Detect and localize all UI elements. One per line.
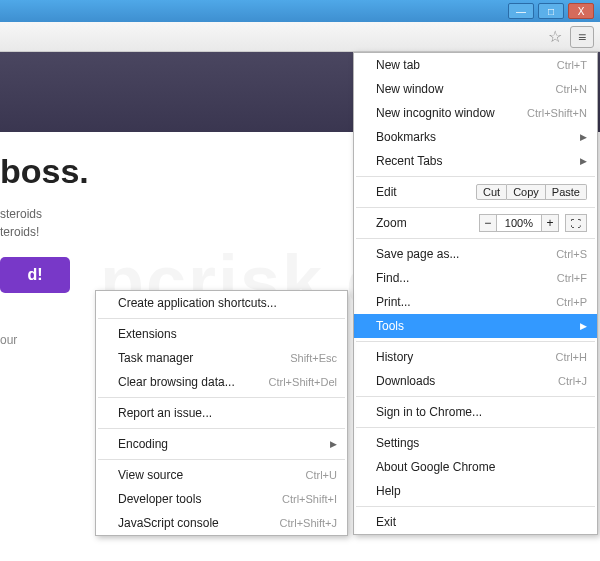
menu-item-label: Recent Tabs <box>376 154 576 168</box>
main-menu-separator <box>356 176 595 177</box>
menu-item-label: New incognito window <box>376 106 527 120</box>
menu-item-label: Bookmarks <box>376 130 576 144</box>
window-titlebar: — □ X <box>0 0 600 22</box>
main-menu-separator <box>356 396 595 397</box>
menu-shortcut: Ctrl+J <box>558 375 587 387</box>
tools-menu-item-developer-tools[interactable]: Developer toolsCtrl+Shift+I <box>96 487 347 511</box>
menu-item-label: Zoom <box>376 216 479 230</box>
submenu-arrow-icon: ▶ <box>580 321 587 331</box>
main-menu-item-edit[interactable]: EditCutCopyPaste <box>354 180 597 204</box>
tools-menu-item-clear-browsing-data[interactable]: Clear browsing data...Ctrl+Shift+Del <box>96 370 347 394</box>
main-menu-item-history[interactable]: HistoryCtrl+H <box>354 345 597 369</box>
tools-menu-item-report-an-issue[interactable]: Report an issue... <box>96 401 347 425</box>
main-menu-item-print[interactable]: Print...Ctrl+P <box>354 290 597 314</box>
menu-item-label: Settings <box>376 436 587 450</box>
browser-toolbar: ☆ ≡ <box>0 22 600 52</box>
edit-copy-button[interactable]: Copy <box>507 184 546 200</box>
main-menu-item-sign-in-to-chrome[interactable]: Sign in to Chrome... <box>354 400 597 424</box>
maximize-button[interactable]: □ <box>538 3 564 19</box>
zoom-out-button[interactable]: − <box>479 214 497 232</box>
tools-menu-item-view-source[interactable]: View sourceCtrl+U <box>96 463 347 487</box>
menu-item-label: Find... <box>376 271 557 285</box>
menu-item-label: Create application shortcuts... <box>118 296 337 310</box>
submenu-arrow-icon: ▶ <box>330 439 337 449</box>
menu-shortcut: Ctrl+U <box>306 469 337 481</box>
zoom-in-button[interactable]: + <box>541 214 559 232</box>
main-menu-separator <box>356 506 595 507</box>
main-menu-item-zoom[interactable]: Zoom−100%+⛶ <box>354 211 597 235</box>
menu-item-label: Sign in to Chrome... <box>376 405 587 419</box>
menu-button[interactable]: ≡ <box>570 26 594 48</box>
edit-paste-button[interactable]: Paste <box>546 184 587 200</box>
menu-shortcut: Ctrl+Shift+N <box>527 107 587 119</box>
tools-menu-separator <box>98 318 345 319</box>
main-menu-item-tools[interactable]: Tools▶ <box>354 314 597 338</box>
main-menu-item-new-tab[interactable]: New tabCtrl+T <box>354 53 597 77</box>
tools-menu-item-task-manager[interactable]: Task managerShift+Esc <box>96 346 347 370</box>
menu-item-label: Report an issue... <box>118 406 337 420</box>
menu-shortcut: Ctrl+N <box>556 83 587 95</box>
submenu-arrow-icon: ▶ <box>580 156 587 166</box>
chrome-main-menu: New tabCtrl+TNew windowCtrl+NNew incogni… <box>353 52 598 535</box>
main-menu-separator <box>356 238 595 239</box>
menu-item-label: Tools <box>376 319 576 333</box>
menu-item-label: Extensions <box>118 327 337 341</box>
tools-menu-separator <box>98 428 345 429</box>
menu-item-label: JavaScript console <box>118 516 280 530</box>
main-menu-item-find[interactable]: Find...Ctrl+F <box>354 266 597 290</box>
close-button[interactable]: X <box>568 3 594 19</box>
main-menu-item-settings[interactable]: Settings <box>354 431 597 455</box>
tools-menu-item-create-application-shortcuts[interactable]: Create application shortcuts... <box>96 291 347 315</box>
tools-menu-separator <box>98 397 345 398</box>
menu-shortcut: Ctrl+T <box>557 59 587 71</box>
menu-shortcut: Ctrl+S <box>556 248 587 260</box>
main-menu-item-about-google-chrome[interactable]: About Google Chrome <box>354 455 597 479</box>
tools-submenu: Create application shortcuts...Extension… <box>95 290 348 536</box>
menu-item-label: Downloads <box>376 374 558 388</box>
menu-item-label: New tab <box>376 58 557 72</box>
zoom-controls: −100%+ <box>479 214 559 232</box>
menu-shortcut: Ctrl+Shift+Del <box>269 376 337 388</box>
edit-button-group: CutCopyPaste <box>476 184 587 200</box>
submenu-arrow-icon: ▶ <box>580 132 587 142</box>
menu-item-label: Encoding <box>118 437 326 451</box>
tools-menu-item-extensions[interactable]: Extensions <box>96 322 347 346</box>
zoom-value: 100% <box>497 214 541 232</box>
main-menu-item-save-page-as[interactable]: Save page as...Ctrl+S <box>354 242 597 266</box>
menu-item-label: View source <box>118 468 306 482</box>
menu-shortcut: Ctrl+Shift+J <box>280 517 337 529</box>
main-menu-item-help[interactable]: Help <box>354 479 597 503</box>
main-menu-item-recent-tabs[interactable]: Recent Tabs▶ <box>354 149 597 173</box>
menu-shortcut: Ctrl+P <box>556 296 587 308</box>
menu-item-label: Developer tools <box>118 492 282 506</box>
bookmark-star-icon[interactable]: ☆ <box>546 28 564 46</box>
menu-item-label: New window <box>376 82 556 96</box>
menu-shortcut: Ctrl+H <box>556 351 587 363</box>
menu-shortcut: Shift+Esc <box>290 352 337 364</box>
main-menu-item-bookmarks[interactable]: Bookmarks▶ <box>354 125 597 149</box>
main-menu-item-new-incognito-window[interactable]: New incognito windowCtrl+Shift+N <box>354 101 597 125</box>
menu-shortcut: Ctrl+Shift+I <box>282 493 337 505</box>
edit-cut-button[interactable]: Cut <box>476 184 507 200</box>
menu-item-label: Help <box>376 484 587 498</box>
fullscreen-button[interactable]: ⛶ <box>565 214 587 232</box>
menu-item-label: History <box>376 350 556 364</box>
menu-item-label: About Google Chrome <box>376 460 587 474</box>
menu-item-label: Exit <box>376 515 587 529</box>
cta-button[interactable]: d! <box>0 257 70 293</box>
minimize-button[interactable]: — <box>508 3 534 19</box>
menu-item-label: Save page as... <box>376 247 556 261</box>
main-menu-separator <box>356 341 595 342</box>
tools-menu-item-javascript-console[interactable]: JavaScript consoleCtrl+Shift+J <box>96 511 347 535</box>
main-menu-item-exit[interactable]: Exit <box>354 510 597 534</box>
main-menu-separator <box>356 207 595 208</box>
menu-item-label: Task manager <box>118 351 290 365</box>
menu-item-label: Print... <box>376 295 556 309</box>
main-menu-item-new-window[interactable]: New windowCtrl+N <box>354 77 597 101</box>
tools-menu-item-encoding[interactable]: Encoding▶ <box>96 432 347 456</box>
menu-item-label: Edit <box>376 185 470 199</box>
main-menu-separator <box>356 427 595 428</box>
main-menu-item-downloads[interactable]: DownloadsCtrl+J <box>354 369 597 393</box>
tools-menu-separator <box>98 459 345 460</box>
menu-item-label: Clear browsing data... <box>118 375 269 389</box>
